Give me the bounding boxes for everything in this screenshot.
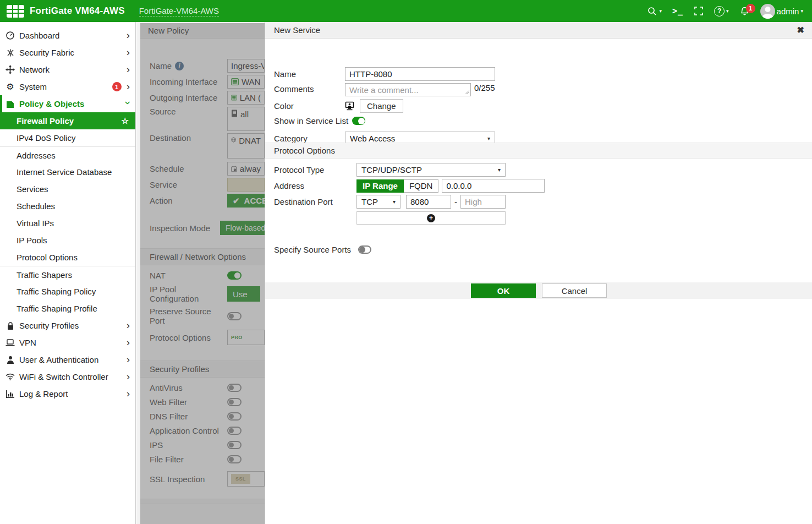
help-icon[interactable]: ? ▾	[714, 6, 729, 17]
hostname-menu[interactable]: FortiGate-VM64-AWS	[139, 6, 219, 17]
chevron-right-icon: ›	[127, 84, 130, 89]
security-fabric-icon	[5, 48, 15, 57]
port-range-dash: -	[454, 197, 457, 206]
sidebar-item-vpn[interactable]: VPN ›	[0, 334, 135, 351]
sidebar-item-dashboard[interactable]: Dashboard ›	[0, 27, 135, 44]
sidebar-item-ipv4-dos-policy[interactable]: IPv4 DoS Policy	[0, 129, 135, 146]
chevron-right-icon: ›	[127, 357, 130, 362]
fqdn-segment-button[interactable]: FQDN	[404, 179, 439, 193]
new-policy-modal: New Policy Name i Ingress-V Incoming Int…	[140, 23, 265, 524]
search-icon[interactable]: ▾	[647, 6, 662, 17]
sidebar-item-traffic-shaping-policy[interactable]: Traffic Shaping Policy	[0, 283, 135, 300]
service-show-row: Show in Service List	[274, 116, 365, 125]
caret-down-icon: ▾	[498, 167, 501, 173]
product-title: FortiGate VM64-AWS	[30, 6, 125, 17]
sidebar-item-wifi-switch-controller[interactable]: WiFi & Switch Controller ›	[0, 368, 135, 385]
show-in-service-list-toggle[interactable]	[352, 117, 365, 125]
bar-chart-icon	[5, 390, 15, 398]
policy-objects-icon	[5, 100, 15, 108]
sidebar-item-protocol-options[interactable]: Protocol Options	[0, 249, 135, 266]
protocol-type-select[interactable]: TCP/UDP/SCTP ▾	[356, 163, 506, 177]
caret-down-icon: ▾	[393, 199, 396, 205]
sidebar-item-traffic-shapers[interactable]: Traffic Shapers	[0, 266, 135, 283]
notification-badge: 1	[746, 4, 755, 13]
sidebar-item-log-report[interactable]: Log & Report ›	[0, 385, 135, 402]
alert-badge: 1	[112, 82, 122, 91]
admin-caret-icon: ▾	[800, 9, 803, 14]
ip-range-segment-button[interactable]: IP Range	[356, 179, 404, 193]
service-protocol-type-row: Protocol Type TCP/UDP/SCTP ▾	[274, 163, 506, 177]
sidebar-item-schedules[interactable]: Schedules	[0, 198, 135, 215]
caret-down-icon: ▾	[487, 136, 490, 141]
sidebar-item-services[interactable]: Services	[0, 181, 135, 198]
notifications-icon[interactable]: 1	[739, 6, 750, 17]
fortinet-logo-icon	[7, 5, 24, 18]
admin-menu[interactable]: admin ▾	[760, 4, 803, 19]
dashboard-icon	[5, 31, 15, 40]
service-address-row: Address IP Range FQDN	[274, 179, 545, 193]
avatar	[760, 4, 775, 19]
sidebar-item-traffic-shaping-profile[interactable]: Traffic Shaping Profile	[0, 300, 135, 317]
sidebar-item-security-fabric[interactable]: Security Fabric ›	[0, 44, 135, 61]
system-icon: ⚙	[5, 81, 15, 92]
add-port-row-button[interactable]: +	[356, 211, 506, 225]
vpn-icon	[5, 339, 15, 347]
sidebar-item-ip-pools[interactable]: IP Pools	[0, 232, 135, 249]
service-name-input[interactable]	[345, 67, 495, 81]
fullscreen-icon[interactable]	[694, 6, 704, 16]
modal-dim-overlay	[140, 23, 265, 524]
dest-port-low-input[interactable]	[406, 195, 451, 209]
chevron-right-icon: ›	[127, 67, 130, 72]
color-change-button[interactable]: Change	[360, 99, 403, 113]
service-comments-textarea[interactable]	[345, 83, 471, 96]
sidebar-item-addresses[interactable]: Addresses	[0, 146, 135, 163]
favorite-star-icon[interactable]: ☆	[122, 116, 129, 126]
user-icon	[5, 356, 15, 364]
top-bar: FortiGate VM64-AWS FortiGate-VM64-AWS ▾ …	[0, 0, 812, 22]
chevron-right-icon: ›	[127, 32, 130, 38]
service-source-ports-row: Specify Source Ports	[274, 245, 371, 254]
sidebar-item-firewall-policy[interactable]: Firewall Policy ☆	[0, 112, 135, 129]
new-service-title: New Service	[274, 25, 320, 35]
service-comments-row: Comments 0/255	[274, 83, 495, 96]
color-swatch-icon	[345, 101, 354, 111]
lock-icon	[5, 321, 15, 330]
sidebar-item-internet-service-database[interactable]: Internet Service Database	[0, 163, 135, 181]
sidebar-item-virtual-ips[interactable]: Virtual IPs	[0, 215, 135, 232]
plus-icon: +	[427, 214, 435, 222]
new-service-panel: New Service ✖ Name Comments 0/255 Color	[265, 22, 812, 524]
network-icon	[5, 65, 15, 74]
chevron-right-icon: ›	[127, 340, 130, 345]
chevron-right-icon: ›	[127, 50, 130, 55]
chevron-right-icon: ›	[127, 391, 130, 396]
help-caret-icon: ▾	[726, 9, 729, 14]
cancel-button[interactable]: Cancel	[542, 283, 607, 298]
sidebar-item-security-profiles[interactable]: Security Profiles ›	[0, 317, 135, 334]
comments-counter: 0/255	[474, 83, 495, 92]
ok-button[interactable]: OK	[471, 283, 536, 298]
section-protocol-options: Protocol Options	[265, 143, 812, 159]
admin-label: admin	[777, 7, 799, 16]
dest-port-high-input[interactable]	[460, 195, 506, 209]
sidebar-item-system[interactable]: ⚙ System 1 ›	[0, 78, 135, 95]
sidebar-item-network[interactable]: Network ›	[0, 61, 135, 78]
sidebar: Dashboard › Security Fabric › Network › …	[0, 22, 136, 524]
ip-range-input[interactable]	[442, 179, 545, 193]
close-icon[interactable]: ✖	[797, 25, 804, 35]
chevron-right-icon: ›	[127, 323, 130, 328]
dialog-footer: OK Cancel	[265, 282, 812, 299]
service-dest-port-row: Destination Port TCP ▾ -	[274, 195, 506, 209]
fortigate-app: FortiGate VM64-AWS FortiGate-VM64-AWS ▾ …	[0, 0, 812, 524]
wifi-icon	[5, 373, 15, 380]
service-name-row: Name	[274, 67, 495, 81]
sidebar-item-policy-objects[interactable]: Policy & Objects ›	[0, 95, 135, 112]
dest-port-protocol-select[interactable]: TCP ▾	[356, 195, 400, 209]
sidebar-item-user-authentication[interactable]: User & Authentication ›	[0, 351, 135, 368]
search-caret-icon: ▾	[659, 9, 662, 14]
chevron-down-icon: ›	[125, 101, 131, 104]
service-color-row: Color Change	[274, 99, 403, 113]
chevron-right-icon: ›	[127, 374, 130, 379]
cli-console-icon[interactable]: >_	[672, 6, 683, 16]
specify-source-ports-toggle[interactable]	[358, 245, 371, 254]
